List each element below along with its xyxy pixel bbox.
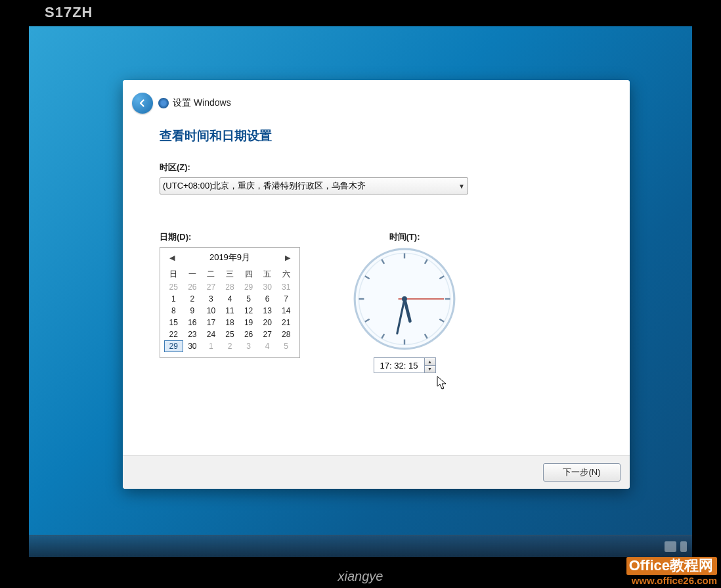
calendar-day[interactable]: 19 bbox=[239, 317, 258, 328]
calendar-dow: 四 bbox=[239, 267, 258, 281]
spinner-up-icon[interactable]: ▲ bbox=[425, 358, 435, 366]
calendar-month-label: 2019年9月 bbox=[209, 252, 250, 263]
chevron-down-icon: ▼ bbox=[458, 183, 465, 190]
calendar-day[interactable]: 17 bbox=[202, 317, 221, 328]
calendar-day[interactable]: 21 bbox=[276, 317, 295, 328]
calendar-day[interactable]: 27 bbox=[258, 328, 277, 340]
watermark: Office教程网 www.office26.com bbox=[626, 557, 717, 587]
calendar-day[interactable]: 9 bbox=[183, 305, 202, 317]
watermark-title: Office教程网 bbox=[626, 557, 717, 575]
calendar-day[interactable]: 3 bbox=[202, 293, 221, 305]
time-label: 时间(T): bbox=[353, 231, 456, 243]
calendar-prev-button[interactable]: ◀ bbox=[167, 254, 177, 262]
calendar-day[interactable]: 18 bbox=[221, 317, 240, 328]
calendar-day[interactable]: 2 bbox=[183, 293, 202, 305]
calendar-day[interactable]: 1 bbox=[164, 293, 183, 305]
timezone-label: 时区(Z): bbox=[160, 162, 593, 173]
desktop-screen: 设置 Windows 查看时间和日期设置 时区(Z): (UTC+08:00)北… bbox=[29, 26, 692, 557]
setup-footer: 下一步(N) bbox=[123, 455, 630, 489]
calendar-day[interactable]: 25 bbox=[164, 281, 183, 293]
calendar-dow: 二 bbox=[202, 267, 221, 281]
taskbar[interactable] bbox=[29, 535, 692, 557]
setup-header: 设置 Windows bbox=[123, 80, 630, 126]
calendar-day[interactable]: 15 bbox=[164, 317, 183, 328]
calendar-grid: 日一二三四五六252627282930311234567891011121314… bbox=[164, 267, 295, 352]
calendar-day[interactable]: 5 bbox=[276, 340, 295, 352]
calendar-day[interactable]: 11 bbox=[221, 305, 240, 317]
setup-window: 设置 Windows 查看时间和日期设置 时区(Z): (UTC+08:00)北… bbox=[123, 80, 630, 489]
timezone-value: (UTC+08:00)北京，重庆，香港特别行政区，乌鲁木齐 bbox=[163, 180, 366, 192]
calendar-day[interactable]: 16 bbox=[183, 317, 202, 328]
calendar-day[interactable]: 30 bbox=[183, 340, 202, 352]
calendar-day[interactable]: 22 bbox=[164, 328, 183, 340]
calendar-day[interactable]: 6 bbox=[258, 293, 277, 305]
calendar-day[interactable]: 28 bbox=[221, 281, 240, 293]
back-arrow-icon bbox=[137, 97, 148, 109]
calendar-day[interactable]: 12 bbox=[239, 305, 258, 317]
calendar-day[interactable]: 29 bbox=[239, 281, 258, 293]
tray-icon[interactable] bbox=[680, 541, 687, 552]
calendar-dow: 三 bbox=[221, 267, 240, 281]
date-label: 日期(D): bbox=[160, 231, 300, 243]
calendar-day[interactable]: 8 bbox=[164, 305, 183, 317]
time-spinner[interactable]: ▲ ▼ bbox=[424, 358, 435, 373]
calendar-next-button[interactable]: ▶ bbox=[282, 254, 293, 262]
date-column: 日期(D): ◀ 2019年9月 ▶ 日一二三四五六25262728293031… bbox=[160, 231, 300, 373]
calendar-day[interactable]: 20 bbox=[258, 317, 277, 328]
calendar[interactable]: ◀ 2019年9月 ▶ 日一二三四五六252627282930311234567… bbox=[160, 247, 300, 358]
cursor-icon bbox=[437, 376, 448, 390]
calendar-day[interactable]: 29 bbox=[164, 340, 183, 352]
analog-clock bbox=[353, 247, 456, 351]
page-title: 查看时间和日期设置 bbox=[160, 126, 593, 145]
time-column: 时间(T): bbox=[353, 231, 456, 373]
time-input[interactable] bbox=[374, 359, 424, 372]
calendar-day[interactable]: 13 bbox=[258, 305, 277, 317]
window-title: 设置 Windows bbox=[173, 97, 231, 109]
calendar-day[interactable]: 10 bbox=[202, 305, 221, 317]
calendar-day[interactable]: 31 bbox=[276, 281, 295, 293]
calendar-dow: 一 bbox=[183, 267, 202, 281]
calendar-dow: 五 bbox=[258, 267, 277, 281]
monitor-brand-label: xiangye bbox=[338, 569, 383, 584]
spinner-down-icon[interactable]: ▼ bbox=[425, 366, 435, 373]
windows-setup-icon bbox=[158, 98, 169, 108]
back-button[interactable] bbox=[132, 93, 153, 114]
calendar-day[interactable]: 25 bbox=[221, 328, 240, 340]
calendar-day[interactable]: 24 bbox=[202, 328, 221, 340]
calendar-day[interactable]: 30 bbox=[258, 281, 277, 293]
calendar-day[interactable]: 27 bbox=[202, 281, 221, 293]
svg-point-17 bbox=[402, 296, 407, 302]
calendar-day[interactable]: 5 bbox=[239, 293, 258, 305]
calendar-day[interactable]: 1 bbox=[202, 340, 221, 352]
calendar-day[interactable]: 23 bbox=[183, 328, 202, 340]
calendar-dow: 日 bbox=[164, 267, 183, 281]
calendar-day[interactable]: 26 bbox=[239, 328, 258, 340]
calendar-day[interactable]: 4 bbox=[221, 293, 240, 305]
watermark-url: www.office26.com bbox=[632, 575, 717, 586]
calendar-day[interactable]: 26 bbox=[183, 281, 202, 293]
calendar-day[interactable]: 2 bbox=[221, 340, 240, 352]
next-button[interactable]: 下一步(N) bbox=[543, 463, 621, 482]
calendar-day[interactable]: 14 bbox=[276, 305, 295, 317]
timezone-select[interactable]: (UTC+08:00)北京，重庆，香港特别行政区，乌鲁木齐 ▼ bbox=[160, 177, 468, 194]
time-input-group[interactable]: ▲ ▼ bbox=[374, 357, 436, 373]
calendar-day[interactable]: 3 bbox=[239, 340, 258, 352]
calendar-dow: 六 bbox=[276, 267, 295, 281]
calendar-day[interactable]: 7 bbox=[276, 293, 295, 305]
setup-body: 查看时间和日期设置 时区(Z): (UTC+08:00)北京，重庆，香港特别行政… bbox=[123, 126, 630, 455]
calendar-day[interactable]: 28 bbox=[276, 328, 295, 340]
tray-icon[interactable] bbox=[665, 541, 676, 552]
monitor-model-label: S17ZH bbox=[45, 4, 93, 21]
calendar-day[interactable]: 4 bbox=[258, 340, 277, 352]
